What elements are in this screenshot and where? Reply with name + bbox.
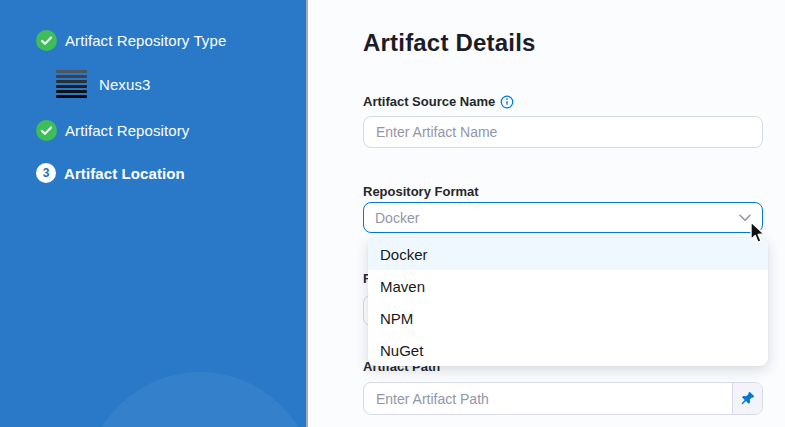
dropdown-option[interactable]: NPM — [368, 302, 768, 334]
check-circle-icon — [36, 120, 57, 141]
nexus3-logo-icon — [56, 70, 87, 98]
repository-format-dropdown: Docker Maven NPM NuGet — [368, 238, 768, 366]
page-title: Artifact Details — [363, 29, 536, 57]
select-value: Docker — [375, 210, 419, 226]
step-label: Artifact Repository Type — [65, 32, 226, 49]
info-icon[interactable] — [500, 95, 514, 109]
label-text: Artifact Source Name — [363, 94, 495, 109]
label-text: Repository Format — [363, 184, 479, 199]
wizard-sidebar: Artifact Repository Type Nexus3 Artifact… — [0, 0, 308, 427]
dropdown-option[interactable]: Docker — [368, 238, 768, 270]
sidebar-decorative-circle — [85, 372, 308, 427]
repo-type-label: Nexus3 — [99, 76, 150, 93]
dropdown-option[interactable]: NuGet — [368, 334, 768, 366]
step-number-badge: 3 — [36, 163, 56, 183]
dropdown-option[interactable]: Maven — [368, 270, 768, 302]
sidebar-step-artifact-repository[interactable]: Artifact Repository — [36, 120, 189, 141]
artifact-source-name-input[interactable] — [363, 116, 763, 148]
pin-icon — [740, 391, 755, 406]
artifact-wizard: Artifact Repository Type Nexus3 Artifact… — [0, 0, 785, 427]
check-circle-icon — [36, 30, 57, 51]
repository-format-select[interactable]: Docker — [363, 202, 763, 233]
artifact-source-name-label: Artifact Source Name — [363, 94, 514, 109]
repository-format-label: Repository Format — [363, 184, 479, 199]
sidebar-step-artifact-repository-type[interactable]: Artifact Repository Type — [36, 30, 226, 51]
artifact-path-input[interactable] — [364, 383, 732, 414]
step-label: Artifact Repository — [65, 122, 189, 139]
step-label: Artifact Location — [64, 165, 185, 182]
chevron-down-icon — [739, 214, 751, 222]
artifact-details-panel: Artifact Details Artifact Source Name Re… — [310, 0, 785, 427]
sidebar-selected-repo-type-nexus3[interactable]: Nexus3 — [56, 70, 150, 98]
sidebar-step-artifact-location[interactable]: 3 Artifact Location — [36, 163, 185, 183]
runtime-input-pin-button[interactable] — [732, 383, 762, 414]
artifact-path-field — [363, 382, 763, 415]
